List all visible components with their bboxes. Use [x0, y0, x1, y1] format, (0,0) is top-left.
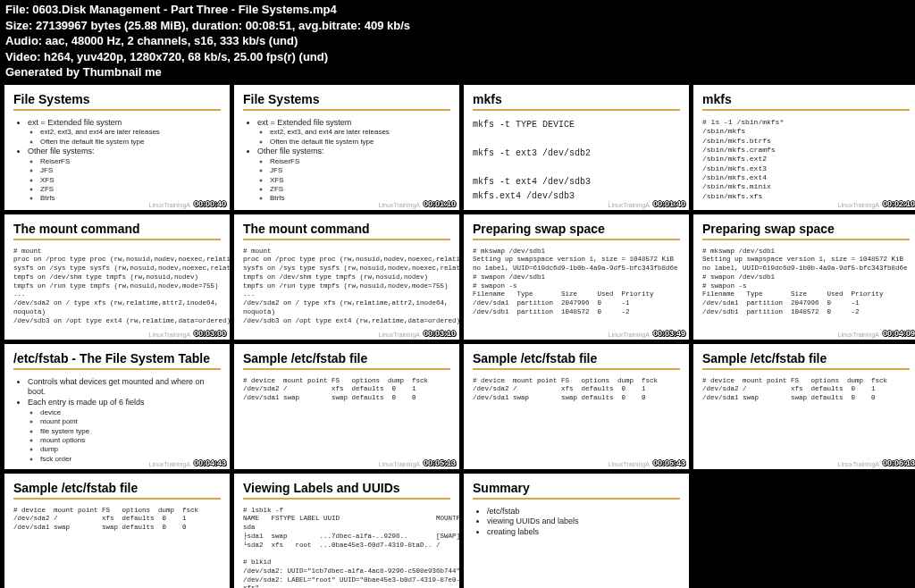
slide-title: Viewing Labels and UUIDs [243, 481, 450, 500]
thumbnail-slide: Sample /etc/fstab file# device mount poi… [234, 344, 459, 469]
size-line: Size: 27139967 bytes (25.88 MiB), durati… [5, 18, 910, 34]
file-name: 0603.Disk Management - Part Three - File… [32, 3, 336, 16]
list-item: Each entry is made up of 6 fieldsdevicem… [28, 398, 221, 464]
brand-watermark: LinuxTrainingA [838, 202, 879, 208]
slide-body: # mkswap /dev/sdb1 Setting up swapspace … [473, 248, 680, 317]
slide-title: Sample /etc/fstab file [243, 351, 450, 370]
slide-body: # device mount point FS options dump fsc… [13, 507, 221, 533]
slide-body: # lsblk -f NAME FSTYPE LABEL UUID MOUNTP… [243, 507, 450, 588]
file-info-header: File: 0603.Disk Management - Part Three … [0, 0, 915, 82]
list-item: mount options [40, 436, 221, 445]
list-item: ZFS [270, 185, 450, 194]
thumbnail-slide: Sample /etc/fstab file# device mount poi… [693, 344, 915, 469]
slide-title: Sample /etc/fstab file [473, 351, 680, 370]
list-item: JFS [40, 166, 221, 175]
slide-body: # mount proc on /proc type proc (rw,nosu… [13, 248, 221, 326]
timestamp-overlay: 00:06:13 [883, 458, 915, 467]
timestamp-overlay: 00:04:09 [883, 329, 915, 338]
thumbnail-slide: Sample /etc/fstab file# device mount poi… [4, 474, 230, 588]
thumbnail-grid: File Systemsext = Extended file systemex… [0, 82, 915, 588]
slide-title: Sample /etc/fstab file [13, 481, 221, 500]
thumbnail-slide: Sample /etc/fstab file# device mount poi… [464, 344, 689, 469]
slide-title: The mount command [13, 222, 221, 240]
slide-body: /etc/fstabviewing UUIDs and labelscreati… [473, 507, 680, 538]
list-item: ext = Extended file systemext2, ext3, an… [257, 118, 450, 147]
list-item: Other file systems:ReiserFSJFSXFSZFSBtrf… [28, 147, 221, 204]
list-item: dump [40, 445, 221, 454]
slide-title: /etc/fstab - The File System Table [13, 351, 221, 370]
thumbnail-slide: mkfs# ls -1 /sbin/mkfs* /sbin/mkfs /sbin… [693, 85, 915, 210]
slide-body: # device mount point FS options dump fsc… [243, 377, 450, 403]
slide-body: # mkswap /dev/sdb1 Setting up swapspace … [702, 248, 910, 317]
brand-watermark: LinuxTrainingA [838, 332, 879, 338]
slide-body: # mount proc on /proc type proc (rw,nosu… [243, 248, 450, 326]
brand-watermark: LinuxTrainingA [379, 202, 420, 208]
timestamp-overlay: 00:01:10 [424, 199, 456, 208]
timestamp-overlay: 00:03:00 [194, 329, 226, 338]
timestamp-overlay: 00:01:40 [653, 199, 685, 208]
slide-body: ext = Extended file systemext2, ext3, an… [243, 118, 450, 204]
thumbnail-slide: mkfsmkfs -t TYPE DEVICE mkfs -t ext3 /de… [464, 85, 689, 210]
list-item: file system type [40, 427, 221, 436]
slide-title: File Systems [13, 92, 221, 111]
thumbnail-slide: File Systemsext = Extended file systemex… [4, 85, 230, 210]
list-item: /etc/fstab [487, 507, 680, 517]
list-item: Often the default file system type [40, 138, 221, 147]
brand-watermark: LinuxTrainingA [149, 202, 190, 208]
thumbnail-slide: Preparing swap space# mkswap /dev/sdb1 S… [464, 214, 689, 340]
video-line: Video: h264, yuv420p, 1280x720, 68 kb/s,… [5, 49, 910, 65]
thumbnail-slide: The mount command# mount proc on /proc t… [4, 214, 230, 340]
generated-line: Generated by Thumbnail me [5, 64, 910, 80]
list-item: ext2, ext3, and ext4 are later releases [270, 128, 450, 137]
slide-body: ext = Extended file systemext2, ext3, an… [13, 118, 221, 204]
list-item: ext2, ext3, and ext4 are later releases [40, 128, 221, 137]
list-item: XFS [270, 176, 450, 185]
brand-watermark: LinuxTrainingA [609, 332, 650, 338]
list-item: creating labels [487, 527, 680, 538]
brand-watermark: LinuxTrainingA [379, 461, 420, 467]
timestamp-overlay: 00:00:40 [194, 199, 226, 208]
brand-watermark: LinuxTrainingA [609, 202, 650, 208]
list-item: ZFS [40, 185, 221, 194]
list-item: ReiserFS [270, 157, 450, 166]
brand-watermark: LinuxTrainingA [149, 461, 190, 467]
thumbnail-slide: Viewing Labels and UUIDs# lsblk -f NAME … [234, 474, 459, 588]
slide-body: mkfs -t TYPE DEVICE mkfs -t ext3 /dev/sd… [473, 118, 680, 204]
timestamp-overlay: 00:02:10 [883, 199, 915, 208]
list-item: XFS [40, 176, 221, 185]
brand-watermark: LinuxTrainingA [149, 332, 190, 338]
audio-line: Audio: aac, 48000 Hz, 2 channels, s16, 3… [5, 33, 910, 49]
slide-body: Controls what devices get mounted and wh… [13, 377, 221, 464]
list-item: ReiserFS [40, 157, 221, 166]
slide-title: Preparing swap space [473, 222, 680, 240]
slide-title: The mount command [243, 222, 450, 240]
brand-watermark: LinuxTrainingA [609, 461, 650, 467]
brand-watermark: LinuxTrainingA [379, 332, 420, 338]
timestamp-overlay: 00:03:49 [653, 329, 685, 338]
list-item: Often the default file system type [270, 138, 450, 147]
list-item: device [40, 408, 221, 417]
timestamp-overlay: 00:04:43 [194, 458, 226, 467]
thumbnail-slide: /etc/fstab - The File System TableContro… [4, 344, 230, 469]
slide-title: Summary [473, 481, 680, 500]
thumbnail-slide: File Systemsext = Extended file systemex… [234, 85, 459, 210]
slide-title: Preparing swap space [702, 222, 910, 240]
slide-title: Sample /etc/fstab file [702, 351, 910, 370]
slide-title: File Systems [243, 92, 450, 111]
timestamp-overlay: 00:05:43 [653, 458, 685, 467]
empty-cell [693, 474, 915, 588]
thumbnail-slide: Preparing swap space# mkswap /dev/sdb1 S… [693, 214, 915, 340]
list-item: mount point [40, 417, 221, 426]
thumbnail-slide: Summary/etc/fstabviewing UUIDs and label… [464, 474, 689, 588]
list-item: viewing UUIDs and labels [487, 517, 680, 527]
timestamp-overlay: 00:03:10 [424, 329, 456, 338]
timestamp-overlay: 00:05:13 [424, 458, 456, 467]
slide-title: mkfs [702, 92, 910, 111]
list-item: Controls what devices get mounted and wh… [28, 377, 221, 398]
list-item: JFS [270, 166, 450, 175]
slide-body: # device mount point FS options dump fsc… [473, 377, 680, 403]
thumbnail-slide: The mount command# mount proc on /proc t… [234, 214, 459, 340]
slide-body: # device mount point FS options dump fsc… [702, 377, 910, 403]
slide-body: # ls -1 /sbin/mkfs* /sbin/mkfs /sbin/mkf… [702, 118, 910, 202]
file-label: File: [5, 3, 32, 16]
